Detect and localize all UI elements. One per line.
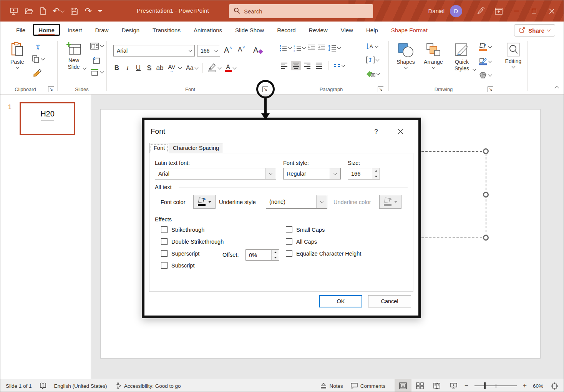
checkbox-double-strikethrough[interactable]: Double Strikethrough bbox=[161, 238, 224, 245]
shape-fill-button[interactable] bbox=[479, 43, 491, 51]
start-slideshow-icon[interactable] bbox=[10, 7, 18, 15]
tab-animations[interactable]: Animations bbox=[187, 23, 229, 37]
checkbox-small-caps[interactable]: Small Caps bbox=[286, 226, 325, 233]
font-style-combobox[interactable]: Regular bbox=[283, 168, 341, 179]
italic-button[interactable]: I bbox=[123, 64, 133, 72]
change-case-button[interactable]: Aa bbox=[186, 65, 198, 71]
ribbon-display-options-icon[interactable] bbox=[490, 0, 508, 22]
subscript-checkbox-box[interactable] bbox=[161, 262, 168, 269]
checkbox-subscript[interactable]: Subscript bbox=[161, 262, 194, 269]
minimize-button[interactable] bbox=[508, 0, 525, 22]
align-right-button[interactable] bbox=[302, 61, 312, 70]
collapse-ribbon-button[interactable] bbox=[555, 84, 558, 91]
font-color-button[interactable]: A bbox=[225, 64, 236, 72]
zoom-slider[interactable] bbox=[474, 385, 517, 386]
bullets-button[interactable] bbox=[279, 45, 291, 51]
strikethrough-checkbox-box[interactable] bbox=[161, 226, 168, 233]
tab-file[interactable]: File bbox=[10, 23, 32, 37]
font-size-dropdown[interactable] bbox=[212, 45, 220, 56]
equalize-character-height-checkbox-box[interactable] bbox=[286, 250, 292, 257]
editing-button[interactable]: Editing bbox=[502, 43, 525, 68]
quick-styles-button[interactable]: Quick Styles bbox=[448, 43, 475, 70]
copy-button[interactable] bbox=[32, 55, 44, 63]
new-file-icon[interactable] bbox=[40, 7, 46, 15]
search-box[interactable] bbox=[229, 4, 373, 18]
decrease-indent-button[interactable] bbox=[308, 44, 315, 52]
comments-button[interactable]: Comments bbox=[347, 379, 389, 392]
slide-sorter-view-button[interactable] bbox=[411, 379, 428, 392]
tab-review[interactable]: Review bbox=[302, 23, 334, 37]
paste-button[interactable]: Paste bbox=[7, 42, 28, 68]
close-button[interactable] bbox=[543, 0, 561, 22]
strikethrough-button[interactable]: ab bbox=[155, 64, 165, 72]
zoom-level[interactable]: 60% bbox=[529, 379, 547, 392]
dialog-tab-character-spacing[interactable]: Character Spacing bbox=[169, 143, 223, 153]
cancel-button[interactable]: Cancel bbox=[368, 295, 411, 307]
share-button[interactable]: Share bbox=[514, 24, 555, 37]
numbering-button[interactable]: 123 bbox=[294, 45, 305, 51]
zoom-out-button[interactable]: − bbox=[462, 382, 471, 390]
slideshow-view-button[interactable] bbox=[445, 379, 462, 392]
normal-view-button[interactable] bbox=[395, 379, 411, 392]
font-color-picker[interactable] bbox=[193, 195, 216, 209]
size-spinner[interactable]: 166 bbox=[348, 168, 380, 179]
slide-layout-button[interactable] bbox=[90, 43, 103, 50]
tab-insert[interactable]: Insert bbox=[61, 23, 89, 37]
tab-view[interactable]: View bbox=[334, 23, 360, 37]
tab-draw[interactable]: Draw bbox=[88, 23, 115, 37]
slide-indicator[interactable]: Slide 1 of 1 bbox=[0, 379, 36, 392]
zoom-in-button[interactable]: + bbox=[521, 382, 529, 390]
tab-shape-format[interactable]: Shape Format bbox=[385, 23, 434, 37]
user-name[interactable]: Daniel bbox=[428, 8, 445, 14]
shape-effects-button[interactable] bbox=[479, 72, 491, 79]
feedback-icon[interactable] bbox=[472, 0, 490, 22]
dialog-help-button[interactable]: ? bbox=[372, 128, 380, 136]
superscript-checkbox-box[interactable] bbox=[161, 250, 168, 257]
font-name-combobox[interactable]: Arial bbox=[113, 45, 195, 56]
reset-slide-button[interactable] bbox=[91, 56, 101, 65]
tab-design[interactable]: Design bbox=[115, 23, 146, 37]
shape-outline-button[interactable] bbox=[479, 57, 491, 65]
decrease-font-size-button[interactable]: A˅ bbox=[238, 46, 245, 53]
tab-help[interactable]: Help bbox=[360, 23, 385, 37]
convert-to-smartart-button[interactable] bbox=[366, 70, 380, 77]
underline-style-combobox[interactable]: (none) bbox=[266, 195, 327, 209]
fit-slide-to-window-button[interactable] bbox=[547, 379, 564, 392]
reading-view-button[interactable] bbox=[428, 379, 445, 392]
text-shadow-button[interactable]: S bbox=[144, 64, 154, 72]
save-icon[interactable] bbox=[70, 7, 78, 15]
increase-indent-button[interactable] bbox=[318, 44, 325, 52]
tab-home[interactable]: Home bbox=[32, 23, 61, 37]
font-size-combobox[interactable]: 166 bbox=[197, 45, 220, 56]
undo-button[interactable]: ↶ bbox=[53, 8, 64, 15]
latin-font-dropdown[interactable] bbox=[265, 168, 276, 179]
font-name-dropdown[interactable] bbox=[186, 45, 194, 56]
all-caps-checkbox-box[interactable] bbox=[286, 238, 292, 245]
accessibility-checker[interactable]: Accessibility: Good to go bbox=[111, 379, 185, 392]
offset-spinner[interactable]: 0% bbox=[246, 249, 279, 261]
section-button[interactable] bbox=[90, 69, 103, 76]
line-spacing-button[interactable] bbox=[328, 45, 340, 51]
cut-button[interactable]: ✂ bbox=[33, 43, 43, 52]
offset-decrease-button[interactable] bbox=[272, 255, 279, 260]
character-spacing-button[interactable]: AV ↔ bbox=[166, 63, 178, 73]
checkbox-all-caps[interactable]: All Caps bbox=[286, 238, 317, 245]
clipboard-dialog-launcher[interactable]: ↘ bbox=[48, 86, 54, 92]
bold-button[interactable]: B bbox=[112, 64, 122, 72]
offset-increase-button[interactable] bbox=[272, 250, 279, 255]
checkbox-superscript[interactable]: Superscript bbox=[161, 250, 199, 257]
dialog-tab-font[interactable]: Font bbox=[149, 143, 169, 153]
zoom-slider-thumb[interactable] bbox=[484, 382, 486, 389]
text-direction-button[interactable]: A bbox=[366, 43, 378, 50]
paragraph-dialog-launcher[interactable]: ↘ bbox=[378, 86, 383, 92]
align-left-button[interactable] bbox=[279, 61, 289, 70]
spellcheck-button[interactable] bbox=[36, 379, 50, 392]
arrange-button[interactable]: Arrange bbox=[421, 43, 446, 68]
tab-record[interactable]: Record bbox=[270, 23, 302, 37]
format-painter-button[interactable] bbox=[33, 68, 43, 77]
increase-font-size-button[interactable]: A˄ bbox=[224, 46, 232, 55]
slide-thumbnail[interactable]: H20 bbox=[20, 102, 75, 135]
size-increase-button[interactable] bbox=[372, 168, 380, 174]
align-center-button[interactable] bbox=[291, 61, 301, 70]
align-text-button[interactable] bbox=[366, 56, 379, 63]
